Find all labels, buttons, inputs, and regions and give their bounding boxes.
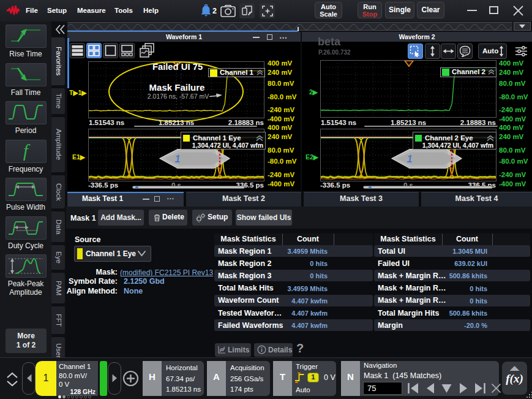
svg-text:1: 1 [407, 154, 413, 164]
svg-text:1: 1 [175, 154, 181, 164]
svg-text:Mask Failure: Mask Failure [149, 82, 205, 93]
svg-text:Failed UI 75: Failed UI 75 [152, 62, 203, 72]
svg-text:f: f [23, 140, 31, 161]
svg-text:2.0176 ns, -57.67 mV: 2.0176 ns, -57.67 mV [148, 93, 209, 100]
